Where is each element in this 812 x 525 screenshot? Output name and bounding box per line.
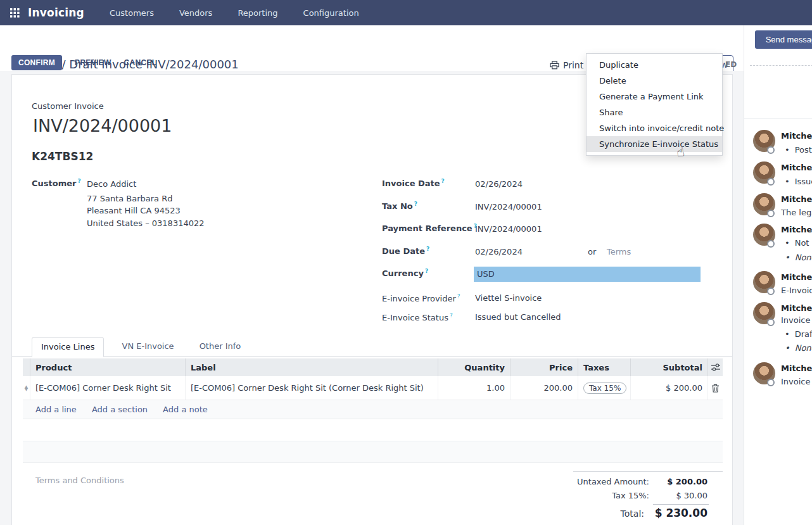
tax-no-label: Tax No? xyxy=(382,201,417,211)
app-name[interactable]: Invoicing xyxy=(28,6,84,19)
untaxed-amount-value: $ 200.00 xyxy=(649,477,707,486)
totals-top-border xyxy=(573,471,723,472)
due-date-field[interactable]: 02/26/2024 xyxy=(475,247,523,256)
avatar xyxy=(753,302,775,324)
chatter-separator xyxy=(744,118,812,119)
cell-taxes: Tax 15% xyxy=(578,376,631,400)
column-header-subtotal: Subtotal xyxy=(631,358,708,376)
payment-reference-field[interactable]: INV/2024/00001 xyxy=(475,224,542,234)
customer-help-icon: ? xyxy=(77,178,80,184)
menu-item-switch-invoice-credit-note[interactable]: Switch into invoice/credit note xyxy=(587,120,722,136)
nav-item-customers[interactable]: Customers xyxy=(110,8,154,18)
table-header-row: Product Label Quantity Price Taxes Subto… xyxy=(23,358,723,376)
message-line: E-Invoice xyxy=(781,286,812,295)
invoice-lines-table: Product Label Quantity Price Taxes Subto… xyxy=(23,358,723,463)
tax-row: Tax 15%: $ 30.00 xyxy=(557,491,707,500)
message-author: Mitchell xyxy=(781,194,812,204)
total-label: Total: xyxy=(621,509,644,519)
invoice-type-label: Customer Invoice xyxy=(32,101,104,111)
avatar xyxy=(753,271,775,293)
column-header-taxes: Taxes xyxy=(578,358,631,376)
message-line: Issue xyxy=(785,177,812,186)
einvoice-provider-value: Viettel S-invoice xyxy=(475,293,542,303)
einvoice-status-label: E-Invoice Status? xyxy=(382,312,453,322)
message-line: Post xyxy=(785,145,812,155)
cell-product[interactable]: [E-COM06] Corner Desk Right Sit xyxy=(30,376,186,400)
customer-address-line-1: 77 Santa Barbara Rd xyxy=(87,194,173,203)
presence-badge-icon xyxy=(767,146,775,154)
nav-item-vendors[interactable]: Vendors xyxy=(179,8,212,18)
preview-button[interactable]: PREVIEW xyxy=(75,58,111,67)
nav-item-reporting[interactable]: Reporting xyxy=(238,8,277,18)
total-value: $ 230.00 xyxy=(644,507,707,519)
message-author: Mitchell xyxy=(781,272,812,282)
due-date-label: Due Date? xyxy=(382,246,429,256)
add-a-line-link[interactable]: Add a line xyxy=(35,405,77,414)
einvoice-status-value: Issued but Cancelled xyxy=(475,312,561,322)
menu-item-generate-payment-link[interactable]: Generate a Payment Link xyxy=(587,89,722,104)
row-drag-handle[interactable]: ▲▼ xyxy=(23,376,30,400)
table-row: ▲▼ [E-COM06] Corner Desk Right Sit [E-CO… xyxy=(23,376,723,400)
empty-row xyxy=(23,419,723,441)
confirm-button[interactable]: CONFIRM xyxy=(11,55,62,70)
payment-terms-link[interactable]: Terms xyxy=(607,247,631,256)
column-header-label: Label xyxy=(186,358,438,376)
tax-label: Tax 15%: xyxy=(612,491,649,500)
menu-item-duplicate[interactable]: Duplicate xyxy=(587,57,722,73)
message-line: None xyxy=(785,343,812,353)
cancel-button[interactable]: CANCEL xyxy=(124,58,157,67)
invoice-date-field[interactable]: 02/26/2024 xyxy=(475,179,523,189)
tax-badge[interactable]: Tax 15% xyxy=(583,383,626,394)
send-message-button[interactable]: Send message xyxy=(755,30,812,49)
delete-line-icon[interactable] xyxy=(708,376,723,400)
message-author: Mitchell xyxy=(781,163,812,172)
nav-item-configuration[interactable]: Configuration xyxy=(303,8,359,18)
message-author: Mitchell xyxy=(781,303,812,313)
menu-item-share[interactable]: Share xyxy=(587,104,722,120)
presence-badge-icon xyxy=(767,319,775,326)
chatter-panel: Send message Mitchell Post Mitchell Issu… xyxy=(744,25,812,525)
menu-item-synchronize-einvoice-status[interactable]: Synchronize E-invoice Status xyxy=(587,136,722,152)
tax-no-field[interactable]: INV/2024/00001 xyxy=(475,202,542,212)
message-line: Not xyxy=(785,238,809,248)
customer-address-line-2: Pleasant Hill CA 94523 xyxy=(87,206,181,215)
chatter-dashed-separator xyxy=(750,65,812,66)
cell-quantity[interactable]: 1.00 xyxy=(438,376,511,400)
terms-and-conditions-placeholder[interactable]: Terms and Conditions xyxy=(35,476,124,485)
customer-field[interactable]: Deco Addict xyxy=(87,179,136,189)
total-row: Total: $ 230.00 xyxy=(557,507,707,519)
due-date-or-text: or xyxy=(588,247,596,256)
column-header-product: Product xyxy=(30,358,186,376)
tax-value: $ 30.00 xyxy=(649,491,707,500)
message-author: Mitchell xyxy=(781,131,812,141)
message-line: Invoice C xyxy=(781,377,812,386)
tab-invoice-lines[interactable]: Invoice Lines xyxy=(32,337,104,357)
tab-vn-einvoice[interactable]: VN E-Invoice xyxy=(113,337,182,357)
action-dropdown-menu: Duplicate Delete Generate a Payment Link… xyxy=(586,53,723,156)
add-a-section-link[interactable]: Add a section xyxy=(92,405,148,414)
avatar xyxy=(753,224,775,246)
table-add-row: Add a line Add a section Add a note xyxy=(23,400,723,419)
invoice-number: INV/2024/00001 xyxy=(33,116,172,136)
optional-columns-icon[interactable] xyxy=(708,358,723,376)
einvoice-status-help-icon: ? xyxy=(450,312,453,319)
presence-badge-icon xyxy=(767,379,775,386)
notebook-tabs: Invoice Lines VN E-Invoice Other Info xyxy=(32,337,250,357)
cell-label[interactable]: [E-COM06] Corner Desk Right Sit (Corner … xyxy=(186,376,438,400)
tab-other-info[interactable]: Other Info xyxy=(191,337,250,357)
invoice-code: K24TBS12 xyxy=(32,150,93,163)
currency-field[interactable]: USD xyxy=(474,267,701,282)
cell-price[interactable]: 200.00 xyxy=(511,376,578,400)
invoice-date-label: Invoice Date? xyxy=(382,178,445,188)
presence-badge-icon xyxy=(767,288,775,295)
message-line: Draf xyxy=(785,329,812,339)
message-line: The lega xyxy=(781,208,812,217)
menu-item-delete[interactable]: Delete xyxy=(587,73,722,89)
total-divider xyxy=(653,504,709,505)
einvoice-provider-label: E-invoice Provider? xyxy=(382,293,460,303)
presence-badge-icon xyxy=(767,210,775,217)
invoice-date-help-icon: ? xyxy=(441,178,445,184)
apps-grid-icon[interactable] xyxy=(10,8,20,18)
add-a-note-link[interactable]: Add a note xyxy=(163,405,208,414)
statusbar-state-fragment[interactable]: ED xyxy=(725,60,737,69)
